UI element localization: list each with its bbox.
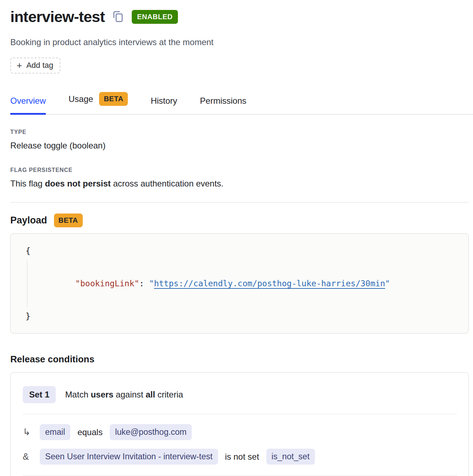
add-tag-label: Add tag <box>26 61 53 70</box>
condition-row: & Seen User Interview Invitation - inter… <box>23 449 457 465</box>
payload-code-block: { "bookingLink": "https://calendly.com/p… <box>10 233 469 334</box>
condition-divider-top <box>23 414 457 414</box>
indent-guide <box>27 260 27 307</box>
tab-bar: Overview Usage BETA History Permissions <box>10 92 473 115</box>
payload-header: Payload BETA <box>10 213 469 227</box>
beta-badge: BETA <box>99 92 128 106</box>
tab-overview[interactable]: Overview <box>10 96 46 115</box>
persistence-bold: does not persist <box>45 179 110 188</box>
set-badge: Set 1 <box>23 386 56 403</box>
code-line-open: { <box>26 243 461 259</box>
json-value-open-quote: " <box>149 279 154 288</box>
flag-persistence-label: FLAG PERSISTENCE <box>10 167 469 173</box>
tab-usage-label: Usage <box>69 94 93 104</box>
tab-permissions-label: Permissions <box>200 96 246 106</box>
booking-link[interactable]: https://calendly.com/posthog-luke-harrie… <box>154 279 385 288</box>
condition-divider-bottom <box>23 475 457 476</box>
release-conditions-title: Release conditions <box>10 354 469 365</box>
type-value: Release toggle (boolean) <box>10 140 469 151</box>
release-conditions-panel: Set 1 Match users against all criteria ↳… <box>10 372 469 476</box>
payload-beta-badge: BETA <box>54 213 83 227</box>
value-pill: luke@posthog.com <box>110 424 192 440</box>
json-key: "bookingLink" <box>75 279 139 288</box>
feature-flag-page: interview-test ENABLED Booking in produc… <box>0 0 473 476</box>
match-criteria-text: Match users against all criteria <box>65 390 183 400</box>
flag-persistence-value: This flag does not persist across authen… <box>10 178 469 189</box>
type-label: TYPE <box>10 129 469 135</box>
copy-icon[interactable] <box>113 11 123 23</box>
and-operator-label: & <box>23 451 33 462</box>
tab-overview-label: Overview <box>10 96 46 106</box>
tab-permissions[interactable]: Permissions <box>200 96 246 115</box>
operator-label: equals <box>77 427 103 437</box>
tab-usage[interactable]: Usage BETA <box>69 92 128 115</box>
payload-title: Payload <box>10 215 47 226</box>
condition-set-header: Set 1 Match users against all criteria <box>23 386 457 403</box>
add-tag-button[interactable]: + Add tag <box>10 58 60 74</box>
flag-description: Booking in product analytics interviews … <box>10 37 469 48</box>
page-title: interview-test <box>10 6 105 27</box>
plus-icon: + <box>17 61 22 70</box>
condition-row: ↳ email equals luke@posthog.com <box>23 424 457 440</box>
tab-history-label: History <box>151 96 177 106</box>
page-header: interview-test ENABLED <box>10 6 469 27</box>
corner-down-right-arrow-icon: ↳ <box>23 427 33 438</box>
json-value-close-quote: " <box>385 279 390 288</box>
code-line-key-value: "bookingLink": "https://calendly.com/pos… <box>26 259 461 308</box>
section-divider <box>10 202 469 202</box>
json-colon: : <box>139 279 149 288</box>
property-pill: email <box>40 424 70 440</box>
property-pill: Seen User Interview Invitation - intervi… <box>40 449 218 465</box>
operator-label: is not set <box>225 452 259 462</box>
value-pill: is_not_set <box>266 449 315 465</box>
tab-history[interactable]: History <box>151 96 177 115</box>
status-badge: ENABLED <box>132 10 178 24</box>
code-line-close: } <box>26 308 461 324</box>
